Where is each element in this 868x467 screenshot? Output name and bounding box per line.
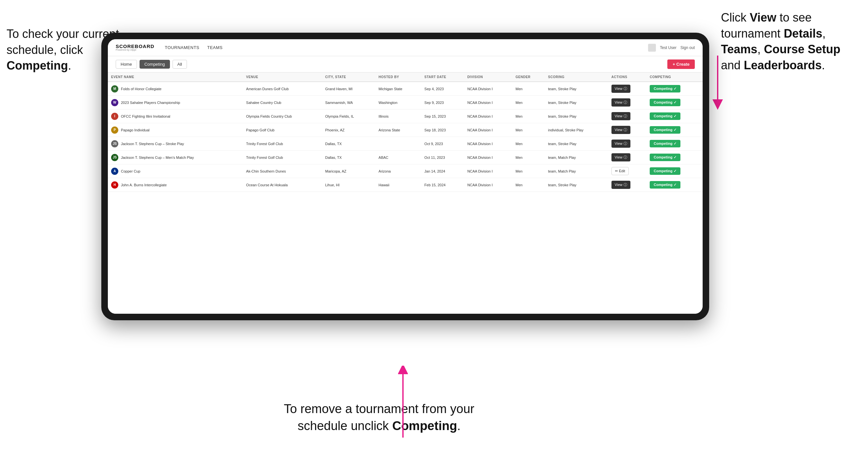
competing-button[interactable]: Competing ✓ xyxy=(650,167,680,175)
actions-cell: ✏ Edit xyxy=(612,167,643,175)
tablet-screen: SCOREBOARD Powered by clippi TOURNAMENTS… xyxy=(108,39,703,314)
team-logo: W xyxy=(111,99,118,106)
col-actions: ACTIONS xyxy=(608,72,646,82)
event-name-text: Folds of Honor Collegiate xyxy=(121,87,161,91)
cell-scoring: team, Match Play xyxy=(545,164,608,178)
view-button[interactable]: View ⓘ xyxy=(612,98,630,106)
cell-gender: Men xyxy=(513,178,545,192)
competing-button[interactable]: Competing ✓ xyxy=(650,113,680,120)
event-name-text: OFCC Fighting Illini Invitational xyxy=(121,114,170,118)
cell-division: NCAA Division I xyxy=(464,123,513,137)
cell-competing: Competing ✓ xyxy=(646,151,703,164)
table-row: M Folds of Honor Collegiate American Dun… xyxy=(108,82,703,96)
navbar: SCOREBOARD Powered by clippi TOURNAMENTS… xyxy=(108,39,703,56)
cell-competing: Competing ✓ xyxy=(646,82,703,96)
view-button[interactable]: View ⓘ xyxy=(612,181,630,189)
competing-button[interactable]: Competing ✓ xyxy=(650,154,680,161)
actions-cell: View ⓘ xyxy=(612,153,643,161)
cell-division: NCAA Division I xyxy=(464,151,513,164)
cell-hosted: Arizona State xyxy=(375,123,421,137)
view-button[interactable]: View ⓘ xyxy=(612,126,630,134)
logo-text: SCOREBOARD xyxy=(116,44,154,49)
cell-division: NCAA Division I xyxy=(464,137,513,151)
tablet-device: SCOREBOARD Powered by clippi TOURNAMENTS… xyxy=(101,33,709,320)
filter-home[interactable]: Home xyxy=(116,60,137,69)
competing-cell: Competing ✓ xyxy=(650,85,700,92)
cell-division: NCAA Division I xyxy=(464,82,513,96)
col-hosted: HOSTED BY xyxy=(375,72,421,82)
table-header: EVENT NAME VENUE CITY, STATE HOSTED BY S… xyxy=(108,72,703,82)
team-logo: P xyxy=(111,126,118,134)
cell-date: Feb 15, 2024 xyxy=(421,178,464,192)
nav-teams[interactable]: TEAMS xyxy=(207,45,222,50)
cell-competing: Competing ✓ xyxy=(646,164,703,178)
actions-cell: View ⓘ xyxy=(612,126,643,134)
cell-actions: View ⓘ xyxy=(608,110,646,123)
edit-button[interactable]: ✏ Edit xyxy=(612,167,629,175)
event-name-cell: P Papago Individual xyxy=(111,126,240,134)
cell-date: Sep 4, 2023 xyxy=(421,82,464,96)
col-event-name: EVENT NAME xyxy=(108,72,243,82)
cell-venue: Papago Golf Club xyxy=(243,123,322,137)
cell-date: Oct 9, 2023 xyxy=(421,137,464,151)
competing-button[interactable]: Competing ✓ xyxy=(650,99,680,106)
cell-actions: View ⓘ xyxy=(608,96,646,110)
event-name-cell: I OFCC Fighting Illini Invitational xyxy=(111,113,240,120)
view-button[interactable]: View ⓘ xyxy=(612,112,630,120)
event-name-text: Copper Cup xyxy=(121,169,140,173)
col-venue: VENUE xyxy=(243,72,322,82)
cell-division: NCAA Division I xyxy=(464,110,513,123)
cell-division: NCAA Division I xyxy=(464,96,513,110)
logo-sub: Powered by clippi xyxy=(116,49,154,51)
create-button[interactable]: + Create xyxy=(667,60,695,69)
competing-cell: Competing ✓ xyxy=(650,99,700,106)
cell-city: Sammamish, WA xyxy=(322,96,375,110)
cell-actions: View ⓘ xyxy=(608,137,646,151)
cell-event-name: P Papago Individual xyxy=(108,123,243,137)
table-row: H John A. Burns Intercollegiate Ocean Co… xyxy=(108,178,703,192)
filter-competing[interactable]: Competing xyxy=(140,60,170,69)
nav-tournaments[interactable]: TOURNAMENTS xyxy=(165,45,199,50)
view-button[interactable]: View ⓘ xyxy=(612,139,630,148)
competing-cell: Competing ✓ xyxy=(650,126,700,134)
cell-scoring: team, Stroke Play xyxy=(545,137,608,151)
view-button[interactable]: View ⓘ xyxy=(612,153,630,161)
cell-event-name: JS Jackson T. Stephens Cup – Men's Match… xyxy=(108,151,243,164)
view-button[interactable]: View ⓘ xyxy=(612,85,630,93)
cell-city: Maricopa, AZ xyxy=(322,164,375,178)
cell-gender: Men xyxy=(513,164,545,178)
team-logo: H xyxy=(111,181,118,189)
nav-icon xyxy=(648,44,656,52)
cell-gender: Men xyxy=(513,82,545,96)
cell-city: Olympia Fields, IL xyxy=(322,110,375,123)
cell-division: NCAA Division I xyxy=(464,164,513,178)
col-gender: GENDER xyxy=(513,72,545,82)
cell-gender: Men xyxy=(513,96,545,110)
actions-cell: View ⓘ xyxy=(612,85,643,93)
competing-cell: Competing ✓ xyxy=(650,167,700,175)
cell-city: Phoenix, AZ xyxy=(322,123,375,137)
cell-actions: View ⓘ xyxy=(608,82,646,96)
cell-city: Lihue, HI xyxy=(322,178,375,192)
competing-button[interactable]: Competing ✓ xyxy=(650,181,680,189)
cell-hosted: Michigan State xyxy=(375,82,421,96)
team-logo: M xyxy=(111,85,118,92)
competing-button[interactable]: Competing ✓ xyxy=(650,140,680,147)
competing-button[interactable]: Competing ✓ xyxy=(650,126,680,134)
competing-cell: Competing ✓ xyxy=(650,154,700,161)
cell-actions: View ⓘ xyxy=(608,151,646,164)
nav-signout[interactable]: Sign out xyxy=(680,45,695,50)
cell-scoring: team, Stroke Play xyxy=(545,178,608,192)
cell-scoring: team, Match Play xyxy=(545,151,608,164)
annotation-bottom: To remove a tournament from your schedul… xyxy=(268,401,490,434)
nav-right: Test User Sign out xyxy=(648,44,695,52)
cell-gender: Men xyxy=(513,123,545,137)
cell-date: Sep 18, 2023 xyxy=(421,123,464,137)
nav-user: Test User xyxy=(660,45,677,50)
table-container: EVENT NAME VENUE CITY, STATE HOSTED BY S… xyxy=(108,72,703,314)
competing-button[interactable]: Competing ✓ xyxy=(650,85,680,92)
table-row: P Papago Individual Papago Golf ClubPhoe… xyxy=(108,123,703,137)
filter-all[interactable]: All xyxy=(173,60,187,69)
cell-actions: ✏ Edit xyxy=(608,164,646,178)
cell-city: Dallas, TX xyxy=(322,137,375,151)
